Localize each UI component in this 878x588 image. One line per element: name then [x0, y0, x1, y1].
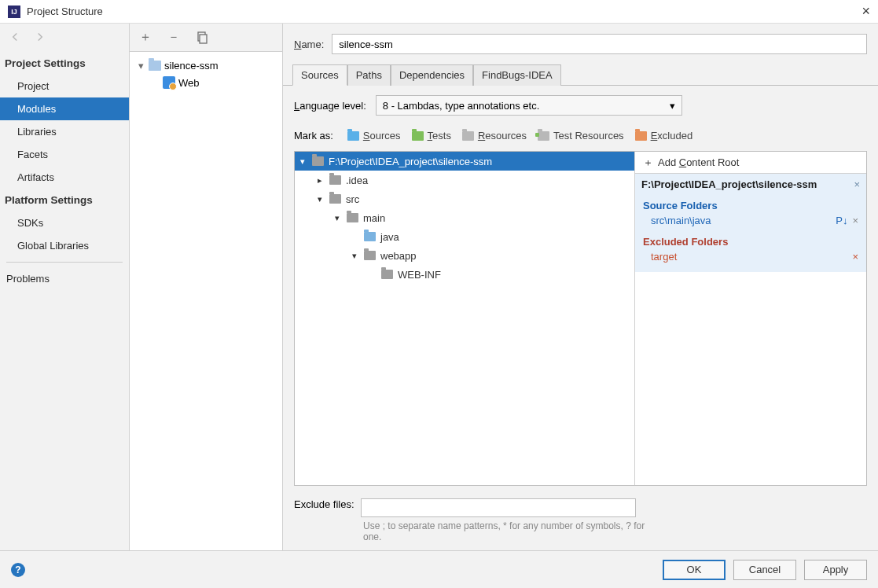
remove-icon[interactable]: × [852, 215, 858, 226]
add-content-root-label: Add Content Root [658, 156, 739, 168]
content-root-info: ＋ Add Content Root F:\Project\IDEA_proje… [634, 152, 866, 485]
folder-icon [329, 194, 341, 204]
tab-dependencies[interactable]: Dependencies [391, 64, 473, 86]
module-panel: ＋ － ▾ silence-ssm Web [130, 24, 283, 550]
folder-resources-icon [462, 131, 474, 141]
tree-item[interactable]: ▾src [295, 189, 634, 208]
properties-icon[interactable]: P↓ [836, 215, 847, 226]
folder-icon [364, 232, 376, 241]
folder-sources-icon [347, 131, 359, 141]
nav-libraries[interactable]: Libraries [0, 120, 129, 143]
tree-item[interactable]: ▸.idea [295, 171, 634, 189]
content-root-path-header: F:\Project\IDEA_project\silence-ssm × [635, 174, 866, 195]
exclude-files-hint: Use ; to separate name patterns, * for a… [294, 517, 656, 542]
mark-resources[interactable]: Resources [462, 130, 527, 141]
nav-project[interactable]: Project [0, 75, 129, 97]
cancel-button[interactable]: Cancel [733, 560, 796, 580]
folder-icon [381, 270, 393, 279]
tab-paths[interactable]: Paths [347, 64, 391, 86]
folder-icon [149, 61, 161, 71]
tree-item-label: main [363, 212, 385, 224]
plus-icon: ＋ [643, 156, 653, 170]
apply-button[interactable]: Apply [804, 560, 867, 580]
excluded-folders-header: Excluded Folders [643, 236, 858, 248]
svg-rect-1 [200, 35, 207, 43]
chevron-right-icon[interactable]: ▸ [315, 175, 325, 186]
mark-as-label: Mark as: [294, 130, 333, 141]
project-settings-header: Project Settings [0, 52, 129, 75]
tree-item-label: src [346, 193, 359, 205]
chevron-down-icon[interactable]: ▾ [332, 213, 342, 223]
detail-tabs: Sources Paths Dependencies FindBugs-IDEA [283, 64, 878, 86]
remove-icon[interactable]: × [852, 251, 858, 263]
titlebar: IJ Project Structure × [0, 0, 878, 24]
tree-item-label: webapp [380, 250, 417, 262]
help-icon[interactable]: ? [11, 563, 25, 577]
add-content-root-button[interactable]: ＋ Add Content Root [635, 152, 866, 174]
nav-global-libraries[interactable]: Global Libraries [0, 234, 129, 257]
forward-icon[interactable] [33, 30, 47, 46]
remove-module-icon[interactable]: － [167, 31, 180, 44]
web-icon [163, 76, 175, 89]
folder-tests-icon [412, 131, 424, 141]
platform-settings-header: Platform Settings [0, 189, 129, 211]
source-folders-header: Source Folders [643, 200, 858, 211]
tab-sources[interactable]: Sources [292, 64, 347, 86]
chevron-down-icon[interactable]: ▾ [350, 251, 359, 261]
mark-tests[interactable]: Tests [412, 130, 451, 141]
folder-icon [312, 156, 324, 166]
nav-problems[interactable]: Problems [0, 267, 129, 290]
language-level-select[interactable]: 8 - Lambdas, type annotations etc. ▾ [376, 95, 682, 116]
dialog-footer: ? OK Cancel Apply [0, 550, 878, 588]
add-module-icon[interactable]: ＋ [139, 31, 152, 44]
folder-test-resources-icon [538, 131, 549, 141]
nav-sdks[interactable]: SDKs [0, 211, 129, 234]
module-tree-root[interactable]: ▾ silence-ssm [133, 57, 279, 74]
back-icon[interactable] [8, 30, 22, 46]
folder-icon [329, 175, 341, 185]
ok-button[interactable]: OK [663, 560, 726, 580]
tree-item[interactable]: java [295, 227, 634, 246]
source-folder-item[interactable]: src\main\java P↓× [643, 213, 858, 228]
content-root-path: F:\Project\IDEA_project\silence-ssm [329, 156, 492, 167]
nav-modules[interactable]: Modules [0, 97, 129, 120]
tab-findbugs[interactable]: FindBugs-IDEA [473, 64, 561, 86]
chevron-down-icon[interactable]: ▾ [315, 194, 325, 204]
window-title: Project Structure [27, 6, 861, 17]
content-root-row[interactable]: ▾ F:\Project\IDEA_project\silence-ssm [295, 152, 634, 171]
module-tree-web[interactable]: Web [133, 74, 279, 91]
chevron-down-icon: ▾ [670, 100, 675, 112]
language-level-label: Language level: [294, 100, 366, 112]
tree-item-label: WEB-INF [398, 269, 441, 281]
close-icon[interactable]: × [861, 3, 870, 20]
content-tree: ▾ F:\Project\IDEA_project\silence-ssm ▸.… [295, 152, 634, 485]
tree-item-label: java [380, 231, 399, 243]
tree-item[interactable]: ▾main [295, 208, 634, 227]
module-name: silence-ssm [164, 60, 219, 72]
mark-sources[interactable]: Sources [347, 130, 401, 141]
chevron-down-icon[interactable]: ▾ [136, 60, 145, 72]
tree-item[interactable]: ▾webapp [295, 246, 634, 265]
nav-artifacts[interactable]: Artifacts [0, 166, 129, 189]
folder-excluded-icon [635, 131, 647, 141]
mark-test-resources[interactable]: Test Resources [538, 130, 624, 141]
name-input[interactable] [332, 34, 867, 54]
exclude-files-input[interactable] [361, 498, 636, 517]
name-label: Name: [294, 39, 324, 50]
tree-item-label: .idea [346, 175, 368, 186]
exclude-files-label: Exclude files: [294, 498, 355, 510]
mark-excluded[interactable]: Excluded [635, 130, 692, 141]
folder-icon [364, 251, 376, 260]
copy-module-icon[interactable] [196, 31, 208, 44]
detail-panel: Name: Sources Paths Dependencies FindBug… [283, 24, 878, 550]
module-web-label: Web [178, 77, 200, 89]
excluded-folder-item[interactable]: target × [643, 249, 858, 264]
tree-item[interactable]: WEB-INF [295, 265, 634, 284]
nav-facets[interactable]: Facets [0, 143, 129, 166]
language-level-value: 8 - Lambdas, type annotations etc. [383, 100, 539, 112]
left-nav-panel: Project Settings Project Modules Librari… [0, 24, 130, 550]
folder-icon [347, 213, 358, 222]
divider [6, 262, 123, 263]
chevron-down-icon[interactable]: ▾ [298, 156, 307, 167]
remove-root-icon[interactable]: × [854, 178, 860, 190]
